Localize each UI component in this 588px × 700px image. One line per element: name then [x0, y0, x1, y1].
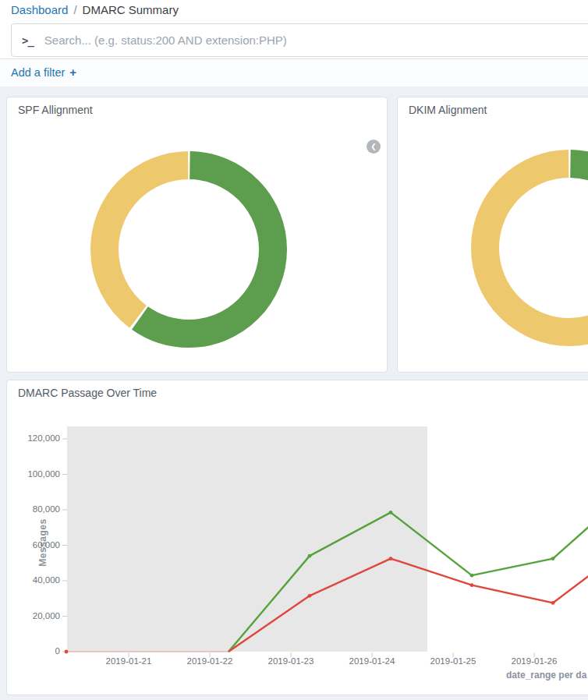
terminal-prompt-icon: >_	[22, 34, 34, 47]
red-series-point	[470, 583, 474, 587]
dmarc-line-chart[interactable]	[7, 380, 588, 696]
shaded-region	[67, 426, 427, 652]
panel-dmarc-passage-over-time: DMARC Passage Over Time Messages date_ra…	[6, 380, 588, 695]
spf-donut-chart[interactable]	[90, 150, 288, 348]
y-tick-label: 120,000	[7, 433, 60, 443]
breadcrumb: Dashboard/DMARC Summary	[11, 3, 179, 16]
y-tick-label: 20,000	[7, 611, 60, 620]
x-tick-label: 2019-01-21	[96, 656, 161, 666]
green-series-point	[470, 574, 474, 578]
y-tick-label: 100,000	[7, 469, 60, 479]
panel-title-dkim: DKIM Alignment	[409, 104, 487, 116]
green-series-point	[308, 554, 312, 558]
red-series-point	[389, 557, 393, 560]
y-tick-label: 0	[7, 646, 60, 656]
panel-spf-alignment: SPF Allignment ❮	[6, 97, 388, 373]
x-tick-label: 2019-01-22	[177, 656, 243, 666]
breadcrumb-separator: /	[73, 3, 76, 16]
chevron-left-icon[interactable]: ❮	[367, 140, 381, 154]
red-series-point	[65, 650, 69, 654]
dkim-donut-chart[interactable]	[470, 149, 588, 347]
panel-title-spf: SPF Allignment	[18, 104, 93, 116]
x-tick-label: 2019-01-24	[339, 656, 405, 666]
add-filter-button[interactable]: Add a filter+	[11, 65, 76, 79]
add-filter-label: Add a filter	[11, 66, 65, 79]
x-tick-label: 2019-01-23	[258, 656, 324, 666]
red-series-point	[308, 594, 312, 598]
search-bar[interactable]: >_	[11, 23, 588, 57]
breadcrumb-current: DMARC Summary	[83, 3, 179, 16]
x-tick-label: 2019-01-25	[420, 656, 486, 666]
yellow-segment	[485, 164, 588, 332]
green-series-point	[551, 557, 555, 560]
filter-bar: Add a filter+	[0, 59, 588, 87]
y-tick-label: 80,000	[7, 504, 60, 514]
x-axis-label: date_range per da	[506, 670, 586, 681]
x-tick-label: 2019-01-26	[501, 656, 567, 666]
plus-icon: +	[69, 65, 76, 79]
y-tick-label: 60,000	[7, 540, 60, 550]
search-input[interactable]	[44, 34, 588, 47]
breadcrumb-dashboard-link[interactable]: Dashboard	[11, 3, 68, 16]
red-series-point	[551, 601, 555, 605]
green-series-point	[389, 511, 393, 514]
y-tick-label: 40,000	[7, 575, 60, 585]
panel-dkim-alignment: DKIM Alignment	[397, 97, 588, 373]
kibana-dashboard-page: Dashboard/DMARC Summary >_ Add a filter+…	[0, 0, 588, 700]
